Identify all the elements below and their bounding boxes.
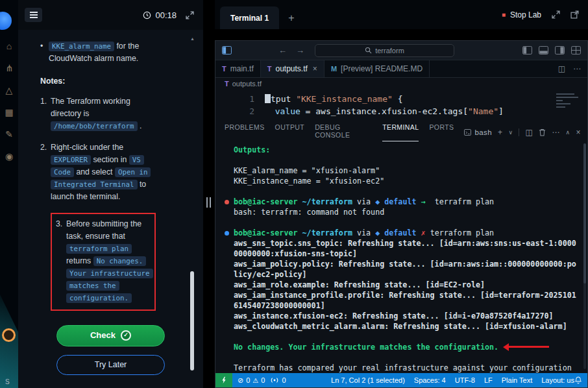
note-text: .	[138, 121, 142, 130]
status-item[interactable]: LF	[484, 376, 493, 384]
terminal-tab-label: Terminal 1	[230, 14, 269, 23]
inline-code: KKE_alarm_name	[49, 42, 114, 51]
scroll-up-icon[interactable]: ▲	[190, 36, 195, 41]
annotation-arrow-icon	[509, 346, 549, 348]
editor-tabbar: Tmain.tfToutputs.tf×M[Preview] README.MD…	[215, 60, 587, 78]
error-icon: ⊘	[238, 376, 243, 385]
terminal-tab-1[interactable]: Terminal 1	[220, 6, 279, 29]
note-item: 1.The Terraform working directory is /ho…	[40, 95, 156, 132]
user-avatar[interactable]	[2, 328, 16, 342]
search-box[interactable]: terraform	[315, 44, 454, 57]
editor-tab-outputs-tf[interactable]: Toutputs.tf×	[261, 60, 325, 77]
note-number: 1.	[40, 95, 51, 132]
panel-right-icon[interactable]	[555, 46, 565, 55]
note-text: Before submitting the task, ensure that	[66, 219, 141, 241]
bullet-icon: •	[40, 40, 49, 65]
remote-indicator[interactable]	[215, 373, 232, 387]
bell-icon[interactable]	[574, 376, 582, 384]
app-logo[interactable]	[0, 12, 12, 30]
note-text: and select	[74, 167, 115, 176]
terminal-line: bash: terrafrm: command not found	[234, 207, 587, 217]
panel-bottom-icon[interactable]	[539, 46, 548, 55]
code-line: 2 value = aws_instance.xfusion-ec2.tags[…	[215, 105, 587, 117]
sidebar-toggle-icon[interactable]	[222, 46, 232, 55]
status-item[interactable]: Layout: us	[541, 376, 574, 384]
panel-tab-ports[interactable]: PORTS	[429, 123, 454, 141]
code-editor[interactable]: 1tput "KKE_instance_name" {2 value = aws…	[215, 90, 587, 125]
terminal-line: aws_iam_instance_profile.profile: Refres…	[234, 290, 587, 300]
problems-status[interactable]: ⊘ 0 ⚠ 0	[238, 376, 265, 385]
minimap[interactable]	[556, 93, 582, 108]
terminal-line: aws_cloudwatch_metric_alarm.alarm: Refre…	[234, 321, 587, 332]
editor-tab-main-tf[interactable]: Tmain.tf	[215, 60, 261, 77]
lab-icon[interactable]: △	[6, 86, 13, 95]
terminal-line: aws_iam_role.example: Refreshing state..…	[234, 280, 587, 290]
note-number: 3.	[56, 218, 66, 304]
note-text: Right-click under the	[51, 143, 123, 152]
expand-icon[interactable]	[552, 10, 560, 19]
panel-tab-output[interactable]: OUTPUT	[275, 123, 305, 141]
more-icon[interactable]: ⋯	[552, 128, 559, 137]
apps-grid-icon[interactable]: ▦	[5, 108, 13, 117]
close-icon[interactable]: ×	[313, 64, 317, 73]
line-number: 1	[215, 93, 254, 105]
target-icon[interactable]: ◉	[5, 152, 13, 161]
home-icon[interactable]: ⌂	[6, 42, 12, 51]
note-text: section in	[91, 155, 129, 164]
try-later-button[interactable]: Try Later	[56, 355, 165, 375]
panel-tab-problems[interactable]: PROBLEMS	[225, 123, 265, 141]
ports-status[interactable]: 0	[270, 376, 286, 384]
share-nodes-icon[interactable]: ⋔	[5, 64, 13, 73]
terminal-line: 6145407238000000001]	[234, 300, 587, 311]
screen: ⌂⋔△▦✎◉ S 00:18 ▲ • KKE_alar	[0, 0, 588, 388]
check-button[interactable]: Check ✓	[56, 325, 165, 346]
lab-timer: 00:18	[143, 10, 177, 20]
markdown-file-icon: M	[331, 65, 337, 73]
editor-tab--preview-readme-md[interactable]: M[Preview] README.MD	[325, 60, 430, 77]
shell-selector[interactable]: bash	[464, 128, 492, 136]
nav-back-icon[interactable]: ←	[278, 45, 287, 55]
check-circle-icon: ✓	[121, 330, 131, 341]
task-list-icon[interactable]	[25, 8, 42, 22]
close-panel-icon[interactable]: ×	[576, 128, 581, 137]
split-terminal-icon[interactable]: ◫	[525, 128, 533, 137]
split-editor-icon[interactable]: ◫	[558, 64, 565, 73]
status-item[interactable]: Ln 7, Col 2 (1 selected)	[331, 376, 405, 384]
terminal-line: Terraform has compared your real infrast…	[234, 363, 587, 373]
new-terminal-icon[interactable]: +	[498, 128, 502, 137]
status-item[interactable]: Plain Text	[502, 376, 533, 384]
terminal-output[interactable]: Outputs:KKE_alarm_name = "xfusion-alarm"…	[215, 139, 587, 373]
instructions-panel: 00:18 ▲ • KKE_alarm_name for the CloudWa…	[18, 0, 203, 388]
terminal-line	[234, 186, 587, 197]
chevron-up-icon[interactable]: ∧	[566, 129, 570, 136]
panel-tab-terminal[interactable]: TERMINAL	[382, 123, 419, 141]
status-item[interactable]: Spaces: 4	[414, 376, 446, 384]
more-actions-icon[interactable]: ⋯	[573, 64, 581, 73]
stop-lab-button[interactable]: ■ Stop Lab	[502, 10, 541, 19]
breadcrumb[interactable]: T outputs.tf	[215, 78, 587, 90]
open-new-window-icon[interactable]	[570, 10, 579, 19]
trash-icon[interactable]	[539, 128, 546, 136]
line-number: 2	[215, 105, 254, 117]
edit-icon[interactable]: ✎	[5, 130, 13, 139]
panel-tab-debug-console[interactable]: DEBUG CONSOLE	[315, 123, 372, 141]
terminal-line: bob@iac-server ~/terraform via ◆ default…	[234, 197, 587, 207]
check-button-label: Check	[90, 329, 116, 342]
terminal-line	[234, 352, 587, 363]
nav-forward-icon[interactable]: →	[296, 45, 304, 55]
chevron-down-icon[interactable]: ∨	[508, 129, 513, 136]
stop-lab-label: Stop Lab	[510, 10, 541, 19]
panel-resize-handle[interactable]	[206, 197, 211, 208]
add-tab-button[interactable]: +	[288, 13, 294, 23]
customize-layout-icon[interactable]	[571, 46, 581, 55]
inline-code: /home/bob/terraform	[51, 121, 138, 131]
tab-label: main.tf	[230, 64, 254, 73]
panel-left-icon[interactable]	[522, 46, 532, 55]
vscode-titlebar: ← → terraform	[215, 41, 587, 60]
terminal-scrollbar[interactable]	[583, 143, 586, 369]
terminal-line: aws_sns_topic.sns_topic: Refreshing stat…	[234, 238, 587, 249]
status-item[interactable]: UTF-8	[455, 376, 475, 384]
instructions-scrollbar[interactable]	[190, 271, 194, 370]
warning-icon: ⚠	[252, 377, 258, 384]
fullscreen-icon[interactable]	[186, 11, 194, 19]
